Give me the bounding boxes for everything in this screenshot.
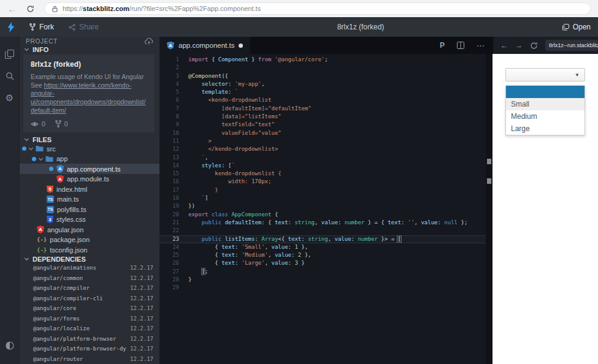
more-actions-icon[interactable]: ⋯ <box>477 41 485 50</box>
dependency-version: 12.2.17 <box>130 336 153 342</box>
overview-ruler[interactable] <box>486 54 493 364</box>
code-line[interactable]: 28} <box>159 276 493 284</box>
dependencies-section-header[interactable]: DEPENDENCIES <box>20 256 159 263</box>
code-line[interactable]: 5 template: ` <box>159 88 493 96</box>
code-line[interactable]: 11 > <box>159 137 493 145</box>
file-tree-item-package-json[interactable]: {-}package.json <box>20 235 159 245</box>
code-line[interactable]: 1import { Component } from '@angular/cor… <box>159 56 493 64</box>
code-line[interactable]: 12 </kendo-dropdownlist> <box>159 145 493 153</box>
code-text: ]; <box>179 268 209 276</box>
settings-gear-icon[interactable]: ⚙ <box>0 87 19 109</box>
browser-reload-icon[interactable] <box>26 5 34 13</box>
code-line[interactable]: 17 } <box>159 186 493 194</box>
dependency-row[interactable]: @angular/core12.2.17 <box>20 303 159 314</box>
code-line[interactable]: 2 <box>159 64 493 72</box>
code-line[interactable]: 9 textField="text" <box>159 121 493 129</box>
dropdown-item-small[interactable]: Small <box>506 98 585 110</box>
code-line[interactable]: 8 [data]="listItems" <box>159 113 493 121</box>
dependency-row[interactable]: @angular/platform-browser-dynamic12.2.17 <box>20 344 159 354</box>
code-line[interactable]: 6 <kendo-dropdownlist <box>159 96 493 104</box>
code-line[interactable]: 10 valueField="value" <box>159 129 493 137</box>
browser-back-icon[interactable]: ← <box>7 4 17 13</box>
code-line[interactable]: 3@Component({ <box>159 72 493 80</box>
file-label: index.html <box>56 186 87 193</box>
cloud-upload-icon[interactable] <box>145 38 153 45</box>
code-line[interactable]: 18 `] <box>159 194 493 202</box>
dependency-row[interactable]: @angular/compiler-cli12.2.17 <box>20 294 159 304</box>
dependency-name: @angular/common <box>33 275 83 281</box>
code-line[interactable]: 20export class AppComponent { <box>159 211 493 219</box>
file-tree-item-app-component-ts[interactable]: Aapp.component.ts <box>20 164 159 174</box>
code-line[interactable]: 13 `, <box>159 154 493 162</box>
json-braces-icon: {-} <box>37 237 47 243</box>
info-section-header[interactable]: INFO <box>20 46 159 53</box>
dependency-row[interactable]: @angular/common12.2.17 <box>20 273 159 284</box>
code-line[interactable]: 26 { text: 'Large', value: 3 } <box>159 259 493 267</box>
files-icon[interactable] <box>0 43 19 65</box>
dependency-row[interactable]: @angular/forms12.2.17 <box>20 314 159 324</box>
preview-reload-icon[interactable] <box>530 42 538 50</box>
kendo-dropdownlist[interactable]: ▼ <box>505 68 585 82</box>
code-line[interactable]: 27 ]; <box>159 268 493 276</box>
code-line[interactable]: 25 { text: 'Medium', value: 2 }, <box>159 251 493 259</box>
dependency-row[interactable]: @angular/localize12.2.17 <box>20 324 159 334</box>
dependency-name: @angular/animations <box>33 265 96 271</box>
dropdown-item-medium[interactable]: Medium <box>506 110 585 123</box>
code-line[interactable]: 15 kendo-dropdownlist { <box>159 170 493 178</box>
files-section-label: FILES <box>33 136 52 143</box>
files-section-header[interactable]: FILES <box>20 136 159 143</box>
preview-forward-icon[interactable]: → <box>515 41 523 50</box>
file-tree-item-styles-css[interactable]: 3styles.css <box>20 214 159 225</box>
code-text: export class AppComponent { <box>179 211 278 219</box>
fork-button[interactable]: Fork <box>29 23 54 31</box>
dependency-name: @angular/compiler <box>33 285 90 291</box>
code-line[interactable]: 22 <box>159 227 493 235</box>
code-line[interactable]: 14 styles: [` <box>159 162 493 170</box>
code-text: `, <box>179 154 209 162</box>
file-tree-item-tsconfig-json[interactable]: {-}tsconfig.json <box>20 245 159 255</box>
dependency-row[interactable]: @angular/platform-browser12.2.17 <box>20 334 159 344</box>
info-link[interactable]: https://www.telerik.com/kendo-angular-ui… <box>31 82 145 114</box>
code-line[interactable]: 24 { text: 'Small', value: 1 }, <box>159 243 493 251</box>
code-line[interactable]: 16 width: 170px; <box>159 178 493 186</box>
code-line[interactable]: 29 <box>159 284 493 292</box>
file-tree-item-polyfills-ts[interactable]: TSpolyfills.ts <box>20 204 159 214</box>
prettier-icon[interactable]: P <box>440 41 445 50</box>
share-button[interactable]: Share <box>69 23 99 31</box>
address-bar[interactable]: https://stackblitz.com/run/?file=src%2Fa… <box>44 2 591 15</box>
code-line[interactable]: 23 public listItems: Array<{ text: strin… <box>159 235 493 243</box>
file-tree-item-app[interactable]: app <box>20 154 159 164</box>
line-number: 12 <box>159 145 179 153</box>
line-number: 9 <box>159 121 179 129</box>
dependency-row[interactable]: @angular/router12.2.17 <box>20 354 159 364</box>
code-line[interactable]: 19}) <box>159 202 493 210</box>
file-tree-item-angular-json[interactable]: Aangular.json <box>20 224 159 235</box>
code-line[interactable]: 21 public defaultItem: { text: string, v… <box>159 219 493 227</box>
dropdown-item-large[interactable]: Large <box>506 123 585 135</box>
modified-dot-icon <box>22 146 26 151</box>
code-line[interactable]: 4 selector: 'my-app', <box>159 80 493 88</box>
stackblitz-bolt-icon[interactable] <box>7 22 15 32</box>
dropdown-item-default[interactable] <box>506 86 585 98</box>
file-tree-item-index-html[interactable]: 5index.html <box>20 184 159 194</box>
open-button[interactable]: Open <box>562 23 591 31</box>
preview-url[interactable]: 8rlx1z--run.stackblitz <box>545 40 598 51</box>
dependency-row[interactable]: @angular/animations12.2.17 <box>20 263 159 273</box>
preview-back-icon[interactable]: ← <box>500 41 508 50</box>
split-editor-icon[interactable] <box>457 42 464 49</box>
code-line[interactable]: 7 [defaultItem]="defaultItem" <box>159 105 493 113</box>
code-text: } <box>179 186 218 194</box>
file-tree-item-app-module-ts[interactable]: Aapp.module.ts <box>20 174 159 184</box>
line-number: 7 <box>159 105 179 113</box>
file-tree-item-main-ts[interactable]: TSmain.ts <box>20 194 159 205</box>
line-number: 18 <box>159 194 179 202</box>
tab-app-component[interactable]: A app.component.ts <box>159 37 250 54</box>
search-icon[interactable] <box>0 65 19 87</box>
contrast-icon[interactable] <box>0 335 19 357</box>
dependency-row[interactable]: @angular/compiler12.2.17 <box>20 283 159 294</box>
file-tree-item-src[interactable]: src <box>20 143 159 154</box>
code-area[interactable]: 1import { Component } from '@angular/cor… <box>159 54 493 364</box>
dependency-name: @angular/forms <box>33 316 80 322</box>
dependency-name: @angular/localize <box>33 325 90 332</box>
tab-label: app.component.ts <box>178 42 234 49</box>
